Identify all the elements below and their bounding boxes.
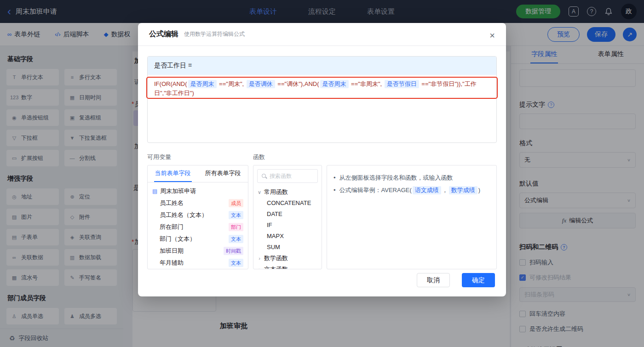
formula-editor-modal: 公式编辑 使用数学运算符编辑公式 × 是否工作日 = IF(OR(AND(是否周… bbox=[138, 23, 506, 296]
field-row-overtime-date[interactable]: 加班日期时间戳 bbox=[152, 245, 243, 257]
field-type-tag: 时间戳 bbox=[224, 247, 243, 255]
example-field-pill: 语文成绩 bbox=[413, 186, 441, 194]
variables-label: 可用变量 bbox=[147, 153, 253, 161]
function-item-date[interactable]: DATE bbox=[257, 209, 318, 220]
field-type-tag: 文本 bbox=[229, 259, 243, 267]
function-group-math[interactable]: › 数学函数 bbox=[257, 253, 318, 264]
close-icon[interactable]: × bbox=[488, 29, 497, 42]
cancel-button[interactable]: 取消 bbox=[417, 273, 450, 287]
search-placeholder: 搜索函数 bbox=[270, 172, 292, 180]
chevron-down-icon: ∨ bbox=[257, 189, 262, 195]
help-text: 从左侧面板选择字段名和函数，或输入函数 bbox=[339, 173, 453, 183]
formula-editor-box: 是否工作日 = IF(OR(AND(是否周末 =="周末", 是否调休 =="调… bbox=[147, 56, 497, 143]
function-item-concatenate[interactable]: CONCATENATE bbox=[257, 198, 318, 209]
formula-text: =="非周末", bbox=[350, 80, 384, 87]
field-row-department[interactable]: 所在部门部门 bbox=[152, 221, 243, 233]
form-node[interactable]: ▤ 周末加班申请 bbox=[152, 185, 243, 197]
field-type-tag: 文本 bbox=[229, 235, 243, 243]
modal-subtitle: 使用数学运算符编辑公式 bbox=[184, 30, 245, 38]
function-group-text[interactable]: › 文本函数 bbox=[257, 264, 318, 269]
formula-target: 是否工作日 = bbox=[148, 57, 496, 75]
document-icon: ▤ bbox=[152, 188, 157, 194]
formula-field-pill: 是否调休 bbox=[247, 80, 275, 88]
field-type-tag: 部门 bbox=[229, 223, 243, 231]
function-item-mapx[interactable]: MAPX bbox=[257, 231, 318, 242]
field-type-tag: 成员 bbox=[229, 199, 243, 207]
search-icon bbox=[261, 173, 267, 179]
formula-text: =="调休"),AND( bbox=[276, 80, 319, 87]
formula-field-pill: 是否周末 bbox=[320, 80, 349, 88]
field-row-employee-name[interactable]: 员工姓名成员 bbox=[152, 197, 243, 209]
bullet-icon: • bbox=[334, 173, 336, 183]
function-item-if[interactable]: IF bbox=[257, 220, 318, 231]
formula-field-pill: 是否周末 bbox=[188, 80, 217, 88]
example-field-pill: 数学成绩 bbox=[449, 186, 477, 194]
variables-panel: 当前表单字段 所有表单字段 ▤ 周末加班申请 员工姓名成员 员工姓名（文本）文本… bbox=[147, 165, 248, 269]
field-type-tag: 文本 bbox=[229, 211, 243, 219]
function-item-sum[interactable]: SUM bbox=[257, 242, 318, 253]
confirm-button[interactable]: 确定 bbox=[462, 273, 495, 287]
tab-current-form-fields[interactable]: 当前表单字段 bbox=[148, 165, 198, 182]
functions-label: 函数 bbox=[253, 153, 265, 161]
formula-field-pill: 是否节假日 bbox=[385, 80, 419, 88]
modal-title: 公式编辑 bbox=[149, 29, 178, 39]
bullet-icon: • bbox=[334, 185, 336, 195]
function-group-common[interactable]: ∨ 常用函数 bbox=[257, 187, 318, 198]
formula-input[interactable]: IF(OR(AND(是否周末 =="周末", 是否调休 =="调休"),AND(… bbox=[148, 75, 496, 142]
chevron-right-icon: › bbox=[257, 256, 262, 261]
formula-help-panel: • 从左侧面板选择字段名和函数，或输入函数 • 公式编辑举例：AVERAGE(语… bbox=[327, 165, 497, 269]
functions-panel: 搜索函数 ∨ 常用函数 CONCATENATE DATE IF MAPX SUM bbox=[253, 165, 322, 269]
app-window: ‹ 周末加班申请 表单设计 流程设定 表单设置 数据管理 A ? 政 ∞ 表单外… bbox=[0, 0, 644, 347]
field-row-employee-name-text[interactable]: 员工姓名（文本）文本 bbox=[152, 209, 243, 221]
field-row-department-text[interactable]: 部门（文本）文本 bbox=[152, 233, 243, 245]
formula-text: =="周末", bbox=[218, 80, 246, 87]
help-example: 公式编辑举例：AVERAGE(语文成绩，数学成绩) bbox=[339, 185, 481, 195]
chevron-right-icon: › bbox=[257, 267, 262, 269]
tab-all-form-fields[interactable]: 所有表单字段 bbox=[198, 165, 248, 182]
function-search-input[interactable]: 搜索函数 bbox=[257, 169, 318, 183]
formula-text: IF(OR(AND( bbox=[154, 80, 187, 87]
field-row-yearmonth-helper[interactable]: 年月辅助文本 bbox=[152, 257, 243, 269]
